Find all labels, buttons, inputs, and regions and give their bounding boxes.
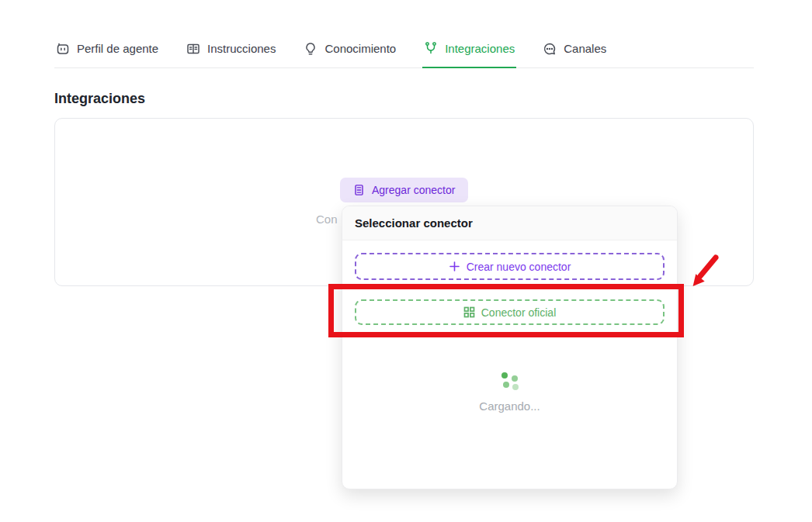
panel-helper-text-fragment: Con (316, 213, 338, 226)
tab-label: Integraciones (445, 42, 515, 55)
tab-label: Instrucciones (207, 42, 276, 55)
official-connector-button[interactable]: Conector oficial (355, 299, 665, 325)
tab-instrucciones[interactable]: Instrucciones (185, 37, 277, 67)
add-connector-label: Agregar conector (372, 184, 455, 196)
spinner-icon (501, 371, 519, 389)
tab-perfil-de-agente[interactable]: Perfil de agente (54, 37, 160, 67)
plus-icon (449, 261, 460, 272)
dropdown-title: Seleccionar conector (355, 216, 473, 230)
page: Perfil de agente Instrucciones (0, 0, 812, 522)
page-title: Integraciones (54, 91, 145, 107)
tab-integraciones[interactable]: Integraciones (422, 37, 516, 68)
add-connector-button[interactable]: Agregar conector (340, 178, 468, 202)
git-branch-icon (424, 41, 438, 55)
lightbulb-icon (304, 42, 318, 56)
tab-label: Canales (564, 42, 606, 55)
book-icon (186, 42, 200, 56)
grid-icon (463, 306, 475, 318)
loading-text: Cargando... (479, 399, 540, 413)
tab-label: Conocimiento (324, 42, 396, 55)
loading-indicator: Cargando... (355, 371, 665, 413)
dropdown-header: Seleccionar conector (342, 206, 677, 240)
dropdown-body: Crear nuevo conector Conector oficial (342, 240, 677, 425)
bot-icon (56, 42, 70, 56)
create-new-connector-button[interactable]: Crear nuevo conector (355, 253, 665, 280)
official-connector-label: Conector oficial (481, 306, 557, 319)
tab-label: Perfil de agente (77, 42, 158, 55)
tab-conocimiento[interactable]: Conocimiento (302, 37, 397, 67)
tab-bar: Perfil de agente Instrucciones (54, 37, 754, 68)
tab-canales[interactable]: Canales (541, 37, 608, 67)
select-connector-dropdown: Seleccionar conector Crear nuevo conecto… (342, 206, 678, 489)
create-new-connector-label: Crear nuevo conector (467, 261, 571, 273)
chat-bubble-icon (543, 42, 557, 56)
connector-list-icon (353, 184, 365, 196)
